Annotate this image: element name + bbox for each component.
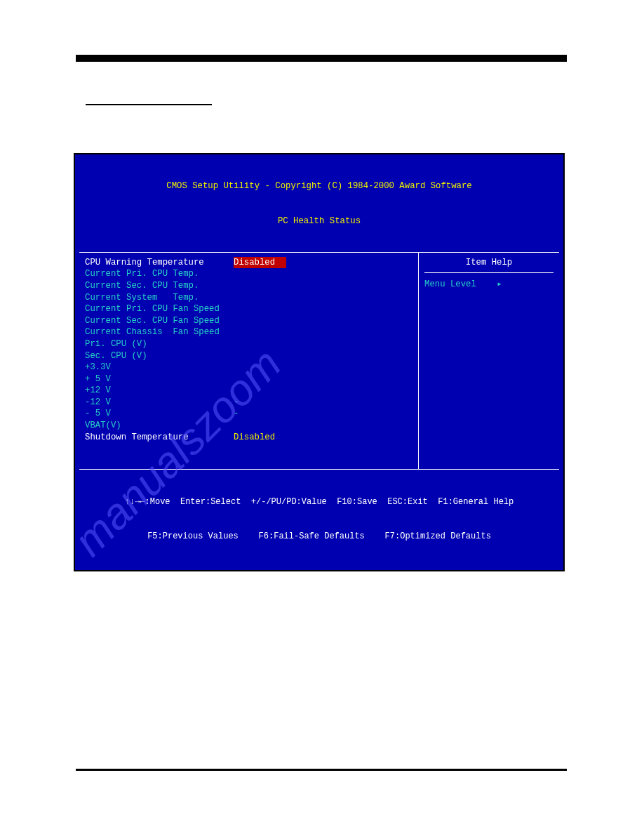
bios-setup-window: CMOS Setup Utility - Copyright (C) 1984-… xyxy=(74,153,565,571)
bios-main-area: CPU Warning TemperatureDisabledCurrent P… xyxy=(79,252,559,470)
bios-header: CMOS Setup Utility - Copyright (C) 1984-… xyxy=(75,154,563,252)
setting-row[interactable]: Sec. CPU (V) xyxy=(85,350,412,362)
setting-label: + 5 V xyxy=(85,373,234,385)
setting-row[interactable]: Current Pri. CPU Temp. xyxy=(85,268,412,280)
setting-label: CPU Warning Temperature xyxy=(85,257,234,269)
setting-label: VBAT(V) xyxy=(85,420,234,432)
setting-row[interactable]: - 5 V- xyxy=(85,408,412,420)
setting-row[interactable]: Shutdown TemperatureDisabled xyxy=(85,432,412,444)
bios-footer: ↑↓→←:Move Enter:Select +/-/PU/PD:Value F… xyxy=(75,471,563,571)
setting-label: +12 V xyxy=(85,385,234,397)
setting-label: Current Sec. CPU Temp. xyxy=(85,280,234,292)
setting-value[interactable]: - xyxy=(234,397,239,409)
section-underline xyxy=(86,104,212,105)
footer-line1: ↑↓→←:Move Enter:Select +/-/PU/PD:Value F… xyxy=(79,496,559,508)
setting-label: Current Sec. CPU Fan Speed xyxy=(85,315,234,327)
setting-label: Pri. CPU (V) xyxy=(85,338,234,350)
bios-settings-panel[interactable]: CPU Warning TemperatureDisabledCurrent P… xyxy=(79,253,419,469)
setting-row[interactable]: Pri. CPU (V) xyxy=(85,338,412,350)
setting-row[interactable]: +12 V xyxy=(85,385,412,397)
setting-row[interactable]: + 5 V xyxy=(85,373,412,385)
setting-row[interactable]: Current Sec. CPU Fan Speed xyxy=(85,315,412,327)
setting-label: Shutdown Temperature xyxy=(85,432,234,444)
setting-row[interactable]: Current Chassis Fan Speed xyxy=(85,326,412,338)
setting-row[interactable]: Current Sec. CPU Temp. xyxy=(85,280,412,292)
bios-header-line2: PC Health Status xyxy=(75,216,563,227)
setting-label: Current Pri. CPU Fan Speed xyxy=(85,303,234,315)
bios-help-panel: Item Help Menu Level ▸ xyxy=(419,253,559,469)
setting-label: +3.3V xyxy=(85,362,234,373)
top-rule xyxy=(76,55,567,62)
bios-header-line1: CMOS Setup Utility - Copyright (C) 1984-… xyxy=(75,180,563,192)
setting-label: Current System Temp. xyxy=(85,292,234,304)
bottom-rule xyxy=(76,769,567,771)
setting-label: - 5 V xyxy=(85,408,234,420)
setting-label: Current Chassis Fan Speed xyxy=(85,326,234,338)
setting-row[interactable]: VBAT(V) xyxy=(85,420,412,432)
setting-row[interactable]: -12 V- xyxy=(85,397,412,409)
setting-label: Sec. CPU (V) xyxy=(85,350,234,362)
setting-label: -12 V xyxy=(85,397,234,409)
setting-row[interactable]: CPU Warning TemperatureDisabled xyxy=(85,257,412,269)
setting-row[interactable]: +3.3V xyxy=(85,362,412,373)
menu-level: Menu Level ▸ xyxy=(424,279,554,291)
setting-row[interactable]: Current Pri. CPU Fan Speed xyxy=(85,303,412,315)
footer-line2: F5:Previous Values F6:Fail-Safe Defaults… xyxy=(79,531,559,542)
setting-label: Current Pri. CPU Temp. xyxy=(85,268,234,280)
setting-value[interactable]: Disabled xyxy=(234,257,286,269)
setting-value[interactable]: - xyxy=(234,408,239,420)
setting-value[interactable]: Disabled xyxy=(234,432,275,444)
help-title: Item Help xyxy=(424,257,554,274)
setting-row[interactable]: Current System Temp. xyxy=(85,292,412,304)
